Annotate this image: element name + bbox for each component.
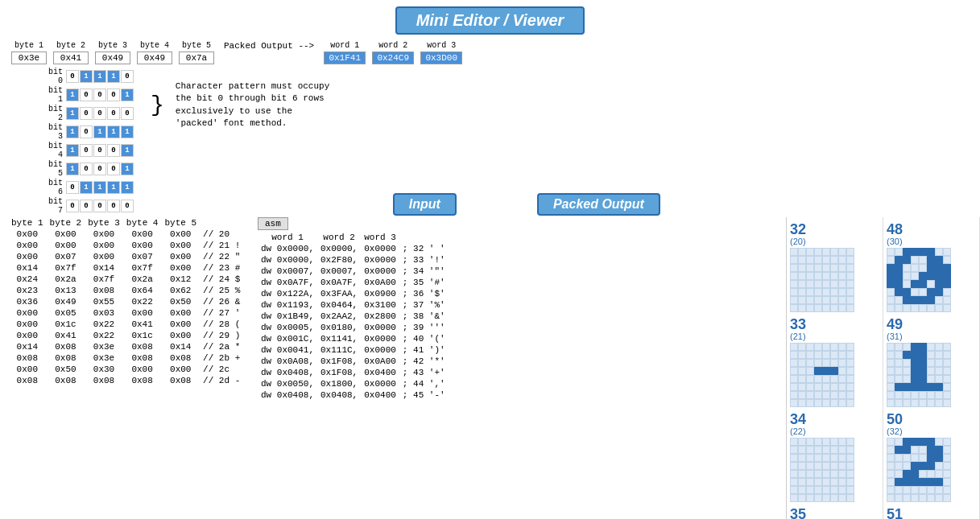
char-pixel-1-0-5-2 (903, 288, 911, 296)
char-pixel-0-2-6-1 (798, 486, 806, 494)
char-pixel-0-2-4-4 (822, 470, 830, 478)
packed-cell-0-3: ; 32 ' ' (399, 243, 449, 254)
char-pixel-1-1-7-5 (927, 399, 935, 407)
char-pixel-1-0-2-3 (911, 264, 919, 272)
char-pixel-0-0-6-6 (838, 296, 846, 304)
bit-row-label-2: bit 2 (40, 105, 66, 122)
char-pixel-0-2-3-5 (830, 462, 838, 470)
char-pixel-1-2-7-4 (919, 494, 927, 502)
char-entry-0-0: 32(20) (790, 222, 879, 312)
char-pixel-0-1-3-2 (806, 367, 814, 375)
char-pixel-0-1-3-0 (790, 367, 798, 375)
input-cell-4-3: 0x2a (123, 274, 162, 285)
char-pixel-1-2-6-1 (895, 486, 903, 494)
char-pixel-1-1-3-3 (911, 367, 919, 375)
bit-grid: bit 001110bit 110001bit 210000bit 310111… (40, 68, 134, 216)
char-pixel-1-0-4-0 (887, 280, 895, 288)
packed-cell-11-2: 0x0400 (361, 367, 399, 378)
char-pixel-1-0-3-4 (919, 272, 927, 280)
char-pixel-1-2-3-1 (895, 462, 903, 470)
char-pixel-1-2-7-7 (943, 494, 951, 502)
packed-cell-1-3: ; 33 '!' (399, 254, 449, 266)
char-pixel-1-1-5-1 (895, 383, 903, 391)
char-pixel-0-0-4-0 (790, 280, 798, 288)
input-cell-0-4: 0x00 (161, 229, 200, 240)
bit-cell-7-0: 0 (66, 200, 79, 212)
char-pixel-1-0-6-5 (927, 296, 935, 304)
input-cell-4-1: 0x2a (47, 274, 85, 285)
char-pixel-1-0-1-0 (887, 256, 895, 264)
char-pixel-0-1-4-6 (838, 375, 846, 383)
input-cell-9-3: 0x1c (123, 330, 162, 341)
input-cell-5-5: // 25 % (200, 285, 243, 296)
char-pixel-1-1-6-5 (927, 391, 935, 399)
asm-tab[interactable]: asm (258, 217, 288, 230)
char-entry-0-3: 35(23) (790, 507, 879, 519)
packed-cell-11-1: 0x1F08, (317, 367, 361, 378)
bit-cell-0-0: 0 (66, 70, 79, 83)
char-pixel-0-1-6-2 (806, 391, 814, 399)
input-cell-11-1: 0x08 (47, 352, 85, 364)
char-pixel-1-1-3-2 (903, 367, 911, 375)
char-pixel-0-0-6-3 (814, 296, 822, 304)
char-num-1-3: 51 (887, 507, 903, 519)
char-pixel-1-1-0-7 (943, 343, 951, 351)
char-pixel-0-0-0-6 (838, 248, 846, 256)
bit-cell-3-2: 1 (93, 126, 106, 138)
char-pixel-1-1-2-4 (919, 359, 927, 367)
char-pixel-1-2-6-0 (887, 486, 895, 494)
char-pixel-1-0-5-5 (927, 288, 935, 296)
char-pixel-0-0-1-3 (814, 256, 822, 264)
char-pixel-0-1-1-1 (798, 351, 806, 359)
input-cell-5-3: 0x64 (123, 285, 162, 296)
char-pixel-0-2-2-2 (806, 454, 814, 462)
top-byte-val-2: 0x41 (53, 51, 89, 64)
char-pixel-1-0-1-4 (919, 256, 927, 264)
char-pixel-1-1-2-1 (895, 359, 903, 367)
input-cell-2-3: 0x07 (123, 251, 162, 262)
char-pixel-1-0-2-2 (903, 264, 911, 272)
char-pixel-1-0-3-7 (943, 272, 951, 280)
char-pixel-1-2-1-6 (935, 446, 943, 454)
input-cell-10-1: 0x08 (47, 341, 85, 352)
char-pixel-0-0-7-6 (838, 304, 846, 312)
char-entry-0-2: 34(22) (790, 412, 879, 502)
char-pixel-1-0-0-7 (943, 248, 951, 256)
char-pixel-0-0-6-0 (790, 296, 798, 304)
char-bitmap-0-0 (790, 248, 854, 312)
packed-cell-1-1: 0x2F80, (317, 254, 361, 266)
packed-cell-12-0: dw 0x0050, (258, 378, 317, 389)
input-table: byte 1byte 2byte 3byte 4byte 5 0x000x000… (8, 217, 243, 386)
char-pixel-0-2-3-2 (806, 462, 814, 470)
packed-cell-8-2: 0x0000 (361, 333, 399, 344)
char-pixel-0-0-2-1 (798, 264, 806, 272)
char-pixel-1-0-7-6 (935, 304, 943, 312)
char-pixel-0-1-2-2 (806, 359, 814, 367)
bit-cell-7-2: 0 (93, 200, 106, 212)
char-pixel-1-0-2-5 (927, 264, 935, 272)
char-pixel-0-2-6-2 (806, 486, 814, 494)
char-pixel-1-1-3-6 (935, 367, 943, 375)
char-pixel-1-1-1-2 (903, 351, 911, 359)
char-pixel-1-0-6-1 (895, 296, 903, 304)
bit-cell-0-1: 1 (80, 70, 93, 83)
top-word-labels: word 1 0x1F41 word 2 0x24C9 word 3 0x3D0… (320, 41, 465, 64)
input-cell-4-4: 0x12 (161, 274, 200, 285)
char-pixel-0-2-5-2 (806, 478, 814, 486)
char-pixel-0-2-1-7 (846, 446, 854, 454)
top-section: byte 1 0x3e byte 2 0x41 byte 3 0x49 byte… (0, 38, 980, 68)
input-cell-13-2: 0x08 (85, 375, 123, 386)
top-byte-col-4: byte 4 0x49 (134, 41, 176, 64)
bit-row-label-5: bit 5 (40, 160, 66, 178)
char-pixel-1-2-1-1 (895, 446, 903, 454)
packed-cell-5-0: dw 0x1193, (258, 299, 317, 311)
top-byte-label-4: byte 4 (140, 41, 169, 50)
char-pixel-1-2-1-0 (887, 446, 895, 454)
char-pixel-1-0-1-2 (903, 256, 911, 264)
char-pixel-1-0-6-6 (935, 296, 943, 304)
input-table-row: 0x000x000x000x000x00// 21 ! (8, 240, 243, 251)
input-cell-9-5: // 29 ) (200, 330, 243, 341)
input-cell-6-0: 0x36 (8, 296, 47, 307)
char-pixel-1-2-1-2 (903, 446, 911, 454)
char-pixel-0-2-6-6 (838, 486, 846, 494)
